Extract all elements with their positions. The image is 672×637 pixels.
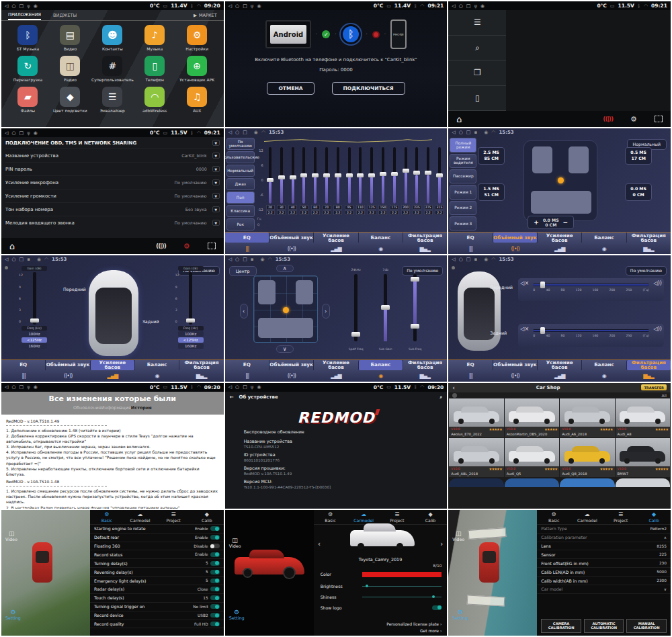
camera-tab[interactable]: ☁ Carmodel — [571, 510, 604, 524]
home-circle-icon[interactable]: ○ — [459, 130, 463, 135]
home-circle-icon[interactable]: ○ — [11, 130, 15, 136]
band-slider[interactable] — [370, 147, 373, 204]
app-shortcut[interactable]: ◆ Цвет подсветки — [49, 87, 91, 113]
slider-knob[interactable] — [540, 282, 545, 288]
toggle[interactable] — [210, 604, 220, 609]
back-icon[interactable]: ◁ — [452, 130, 455, 135]
app-shortcut[interactable]: ⚙ Настройки — [176, 25, 218, 51]
back-icon[interactable]: ◁ — [228, 3, 232, 9]
center-button[interactable]: Центр — [229, 266, 257, 276]
audio-tab[interactable]: Объёмный звук — [45, 360, 89, 370]
home-circle-icon[interactable]: ○ — [459, 3, 463, 9]
toggle[interactable] — [210, 579, 220, 583]
recents-icon[interactable]: □ — [19, 384, 24, 390]
band-slider[interactable] — [438, 147, 441, 204]
calibration-button[interactable]: AUTOMATIC CALIBRATION — [584, 619, 624, 633]
settings-row[interactable]: Record device USB2 — [90, 611, 224, 620]
recents-icon[interactable]: □ — [466, 3, 471, 9]
recents-icon[interactable]: □ — [19, 3, 24, 9]
toggle[interactable] — [210, 587, 220, 591]
freq-option[interactable]: 100Hz — [22, 331, 47, 337]
toggle[interactable] — [210, 552, 220, 557]
slider-knob[interactable] — [411, 277, 419, 282]
recents-icon[interactable]: □ — [243, 130, 247, 135]
camera-tab[interactable]: ☁ Carmodel — [347, 510, 380, 524]
recents-icon[interactable]: □ — [243, 3, 247, 9]
slider-knob[interactable] — [346, 173, 353, 177]
car-card[interactable]: V10.0 ★★★★★ Audi_Q5 — [505, 438, 559, 477]
back-icon[interactable]: ◁ — [452, 3, 455, 9]
audio-tab-icon[interactable]: ||| — [225, 243, 269, 254]
calibration-button[interactable]: CAMERA CALIBRATION — [541, 619, 581, 633]
minus-button[interactable]: − — [563, 219, 569, 226]
sub-freq-slider[interactable]: Sub Freq — [413, 274, 417, 341]
audio-tab[interactable]: Фильтрация басов — [626, 232, 671, 243]
slider-knob[interactable] — [436, 173, 443, 177]
audio-tab[interactable]: Усиление басов — [313, 232, 358, 243]
audio-tab-icon[interactable]: ▂▄▆ — [538, 370, 582, 382]
car-card[interactable]: V10.0 ★★★★★ Audi_Q8_2018 — [560, 438, 614, 477]
grid-apps-icon[interactable] — [208, 243, 216, 249]
chevron-down-icon[interactable]: ▼ — [212, 140, 220, 146]
band-slider[interactable] — [292, 147, 294, 204]
recents-icon[interactable]: □ — [466, 257, 471, 262]
back-icon[interactable]: ◁ — [5, 3, 8, 9]
arrow-left-button[interactable]: ‹ — [240, 304, 248, 318]
audio-tab[interactable]: Усиление басов — [537, 232, 581, 243]
band-slider[interactable] — [427, 147, 429, 204]
toggle[interactable] — [210, 535, 220, 540]
slider-knob[interactable] — [540, 327, 545, 334]
audio-tab[interactable]: Баланс — [581, 232, 626, 243]
audio-tab-icon[interactable]: ((•)) — [493, 243, 537, 254]
app-shortcut[interactable]: ☻ Контакты — [91, 25, 134, 51]
setting-button[interactable]: ⚙Setting — [229, 609, 245, 621]
settings-row[interactable]: Calib LEN(AD in mm) 5000 — [537, 568, 671, 577]
audio-tab[interactable]: Фильтрация басов — [179, 360, 223, 370]
slider-knob[interactable] — [267, 178, 274, 182]
settings-row[interactable]: PIN пароль 0000 ▼ — [5, 162, 220, 175]
next-model-button[interactable]: › — [440, 540, 443, 548]
toggle[interactable] — [210, 613, 220, 618]
slider-knob[interactable] — [290, 175, 296, 179]
band-slider[interactable] — [393, 147, 396, 204]
balance-grid[interactable] — [253, 275, 318, 343]
audio-tab-icon[interactable]: ▆▄▂ — [626, 370, 671, 382]
settings-row[interactable]: Turning signal trigger on No limit — [90, 603, 224, 611]
camera-tab[interactable]: ☰ Project — [380, 510, 414, 524]
camera-tab[interactable]: ⚙ Basic — [314, 510, 347, 524]
mode-item[interactable]: Режим 3 — [450, 216, 476, 230]
car-card-partial[interactable] — [560, 478, 614, 487]
slider-knob[interactable] — [432, 595, 435, 598]
slider-knob[interactable] — [186, 318, 195, 323]
link-icon[interactable]: ❐ — [448, 60, 506, 86]
chevron-down-icon[interactable]: ▼ — [212, 166, 220, 172]
audio-tab-icon[interactable]: ▆▄▂ — [403, 370, 447, 382]
audio-tab[interactable]: Фильтрация басов — [403, 232, 447, 243]
recents-icon[interactable]: □ — [243, 257, 247, 262]
chevron-down-icon[interactable]: ▼ — [212, 193, 220, 199]
camera-tab[interactable]: ☁ Carmodel — [124, 510, 157, 524]
audio-tab-icon[interactable]: ▆▄▂ — [626, 243, 671, 254]
get-more-link[interactable]: Get more › — [420, 628, 442, 633]
home-circle-icon[interactable]: ○ — [11, 3, 15, 9]
toggle[interactable] — [210, 570, 220, 575]
band-slider[interactable] — [314, 147, 317, 204]
camera-tab[interactable]: ☰ Project — [604, 510, 638, 524]
preset-item[interactable]: Классика — [226, 205, 255, 217]
back-icon[interactable]: ◁ — [452, 257, 455, 262]
settings-row[interactable]: Reversing delay(s) 5 — [90, 568, 224, 577]
chevron-down-icon[interactable]: ▼ — [212, 206, 220, 212]
rf-antenna-icon[interactable]: ((|)) — [156, 243, 166, 249]
default-button[interactable]: По умолчанию — [402, 266, 443, 275]
slider-knob[interactable] — [300, 173, 307, 177]
mode-item[interactable]: Пассажир — [450, 169, 476, 183]
settings-row[interactable]: Название устройства CarKit_blink ▼ — [5, 148, 220, 162]
audio-tab[interactable]: Баланс — [134, 360, 179, 370]
tab-apps[interactable]: ПРИЛОЖЕНИЯ — [8, 10, 41, 20]
mute-icon[interactable]: ◁× — [520, 326, 529, 332]
mode-item[interactable]: Режим 1 — [450, 185, 476, 199]
preset-item[interactable]: Нормальный — [226, 165, 255, 177]
audio-tab[interactable]: Баланс — [581, 360, 626, 370]
grid-apps-icon[interactable] — [655, 116, 663, 122]
back-icon[interactable]: ◁ — [5, 130, 8, 136]
